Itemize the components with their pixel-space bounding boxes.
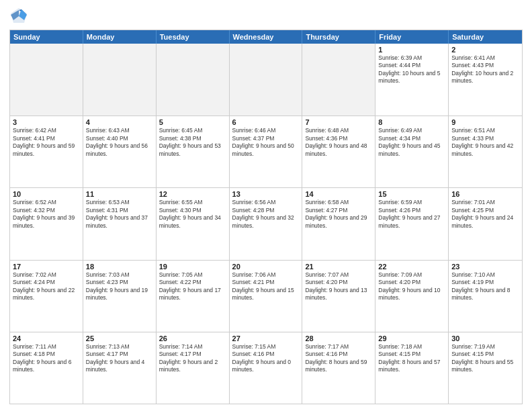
day-number: 29	[378, 334, 445, 342]
day-number: 21	[305, 263, 372, 271]
day-number: 28	[305, 334, 372, 342]
calendar-cell-4-6: 30Sunrise: 7:19 AM Sunset: 4:15 PM Dayli…	[449, 332, 522, 404]
day-info: Sunrise: 7:05 AM Sunset: 4:22 PM Dayligh…	[159, 271, 226, 302]
day-info: Sunrise: 6:58 AM Sunset: 4:27 PM Dayligh…	[305, 199, 372, 230]
day-info: Sunrise: 7:17 AM Sunset: 4:16 PM Dayligh…	[305, 343, 372, 374]
calendar-cell-2-3: 13Sunrise: 6:56 AM Sunset: 4:28 PM Dayli…	[230, 188, 303, 259]
day-info: Sunrise: 7:13 AM Sunset: 4:17 PM Dayligh…	[86, 343, 153, 374]
calendar-row-3: 17Sunrise: 7:02 AM Sunset: 4:24 PM Dayli…	[10, 260, 522, 332]
calendar-row-0: 1Sunrise: 6:39 AM Sunset: 4:44 PM Daylig…	[10, 44, 522, 116]
header-day-sunday: Sunday	[10, 30, 83, 44]
day-number: 19	[159, 263, 226, 271]
day-info: Sunrise: 6:45 AM Sunset: 4:38 PM Dayligh…	[159, 127, 226, 158]
calendar-cell-3-5: 22Sunrise: 7:09 AM Sunset: 4:20 PM Dayli…	[375, 261, 449, 332]
day-info: Sunrise: 7:07 AM Sunset: 4:20 PM Dayligh…	[305, 271, 372, 302]
calendar-cell-0-6: 2Sunrise: 6:41 AM Sunset: 4:43 PM Daylig…	[449, 44, 522, 116]
day-info: Sunrise: 6:59 AM Sunset: 4:26 PM Dayligh…	[378, 199, 445, 230]
day-number: 12	[159, 190, 226, 198]
day-info: Sunrise: 7:11 AM Sunset: 4:18 PM Dayligh…	[13, 343, 80, 374]
day-info: Sunrise: 7:03 AM Sunset: 4:23 PM Dayligh…	[86, 271, 153, 302]
calendar-cell-2-6: 16Sunrise: 7:01 AM Sunset: 4:25 PM Dayli…	[449, 188, 522, 259]
day-number: 10	[13, 190, 80, 198]
header-day-friday: Friday	[375, 30, 449, 44]
day-number: 15	[378, 190, 445, 198]
day-number: 7	[305, 118, 372, 126]
calendar-cell-0-3	[230, 44, 303, 116]
calendar-cell-0-1	[83, 44, 157, 116]
calendar: SundayMondayTuesdayWednesdayThursdayFrid…	[9, 30, 523, 404]
calendar-cell-3-6: 23Sunrise: 7:10 AM Sunset: 4:19 PM Dayli…	[449, 261, 522, 332]
day-info: Sunrise: 6:53 AM Sunset: 4:31 PM Dayligh…	[86, 199, 153, 230]
day-number: 8	[378, 118, 445, 126]
calendar-cell-3-3: 20Sunrise: 7:06 AM Sunset: 4:21 PM Dayli…	[230, 261, 303, 332]
day-number: 16	[451, 190, 519, 198]
calendar-header: SundayMondayTuesdayWednesdayThursdayFrid…	[10, 30, 522, 44]
header-day-monday: Monday	[83, 30, 157, 44]
calendar-body: 1Sunrise: 6:39 AM Sunset: 4:44 PM Daylig…	[10, 44, 522, 404]
calendar-cell-1-6: 9Sunrise: 6:51 AM Sunset: 4:33 PM Daylig…	[449, 116, 522, 187]
calendar-cell-1-5: 8Sunrise: 6:49 AM Sunset: 4:34 PM Daylig…	[375, 116, 449, 187]
day-number: 20	[232, 263, 300, 271]
day-info: Sunrise: 6:52 AM Sunset: 4:32 PM Dayligh…	[13, 199, 80, 230]
calendar-cell-4-0: 24Sunrise: 7:11 AM Sunset: 4:18 PM Dayli…	[10, 332, 83, 404]
calendar-cell-4-1: 25Sunrise: 7:13 AM Sunset: 4:17 PM Dayli…	[83, 332, 157, 404]
day-number: 13	[232, 190, 300, 198]
calendar-cell-1-1: 4Sunrise: 6:43 AM Sunset: 4:40 PM Daylig…	[83, 116, 157, 187]
day-info: Sunrise: 7:15 AM Sunset: 4:16 PM Dayligh…	[232, 343, 300, 374]
calendar-cell-1-3: 6Sunrise: 6:46 AM Sunset: 4:37 PM Daylig…	[230, 116, 303, 187]
day-number: 18	[86, 263, 153, 271]
calendar-cell-3-4: 21Sunrise: 7:07 AM Sunset: 4:20 PM Dayli…	[302, 261, 375, 332]
header-day-tuesday: Tuesday	[157, 30, 230, 44]
day-number: 9	[451, 118, 519, 126]
day-number: 17	[13, 263, 80, 271]
calendar-cell-0-5: 1Sunrise: 6:39 AM Sunset: 4:44 PM Daylig…	[375, 44, 449, 116]
day-info: Sunrise: 6:39 AM Sunset: 4:44 PM Dayligh…	[378, 54, 445, 85]
day-info: Sunrise: 6:48 AM Sunset: 4:36 PM Dayligh…	[305, 127, 372, 158]
calendar-row-4: 24Sunrise: 7:11 AM Sunset: 4:18 PM Dayli…	[10, 332, 522, 404]
day-number: 22	[378, 263, 445, 271]
day-info: Sunrise: 6:49 AM Sunset: 4:34 PM Dayligh…	[378, 127, 445, 158]
day-number: 26	[159, 334, 226, 342]
day-number: 24	[13, 334, 80, 342]
calendar-cell-2-2: 12Sunrise: 6:55 AM Sunset: 4:30 PM Dayli…	[157, 188, 230, 259]
day-info: Sunrise: 6:43 AM Sunset: 4:40 PM Dayligh…	[86, 127, 153, 158]
calendar-cell-4-4: 28Sunrise: 7:17 AM Sunset: 4:16 PM Dayli…	[302, 332, 375, 404]
day-info: Sunrise: 7:01 AM Sunset: 4:25 PM Dayligh…	[451, 199, 519, 230]
day-info: Sunrise: 7:06 AM Sunset: 4:21 PM Dayligh…	[232, 271, 300, 302]
calendar-cell-3-2: 19Sunrise: 7:05 AM Sunset: 4:22 PM Dayli…	[157, 261, 230, 332]
calendar-cell-4-5: 29Sunrise: 7:18 AM Sunset: 4:15 PM Dayli…	[375, 332, 449, 404]
day-info: Sunrise: 6:41 AM Sunset: 4:43 PM Dayligh…	[451, 54, 519, 85]
day-info: Sunrise: 6:42 AM Sunset: 4:41 PM Dayligh…	[13, 127, 80, 158]
day-info: Sunrise: 7:02 AM Sunset: 4:24 PM Dayligh…	[13, 271, 80, 302]
header	[9, 7, 523, 26]
day-info: Sunrise: 7:19 AM Sunset: 4:15 PM Dayligh…	[451, 343, 519, 374]
calendar-cell-0-2	[157, 44, 230, 116]
day-number: 30	[451, 334, 519, 342]
calendar-cell-1-4: 7Sunrise: 6:48 AM Sunset: 4:36 PM Daylig…	[302, 116, 375, 187]
day-info: Sunrise: 7:10 AM Sunset: 4:19 PM Dayligh…	[451, 271, 519, 302]
logo-icon	[9, 7, 28, 26]
calendar-cell-4-2: 26Sunrise: 7:14 AM Sunset: 4:17 PM Dayli…	[157, 332, 230, 404]
page: SundayMondayTuesdayWednesdayThursdayFrid…	[0, 0, 532, 411]
day-number: 14	[305, 190, 372, 198]
header-day-saturday: Saturday	[449, 30, 522, 44]
calendar-cell-3-0: 17Sunrise: 7:02 AM Sunset: 4:24 PM Dayli…	[10, 261, 83, 332]
header-day-wednesday: Wednesday	[230, 30, 303, 44]
day-number: 25	[86, 334, 153, 342]
day-number: 11	[86, 190, 153, 198]
calendar-cell-1-0: 3Sunrise: 6:42 AM Sunset: 4:41 PM Daylig…	[10, 116, 83, 187]
logo	[9, 7, 31, 26]
day-info: Sunrise: 6:51 AM Sunset: 4:33 PM Dayligh…	[451, 127, 519, 158]
day-info: Sunrise: 7:09 AM Sunset: 4:20 PM Dayligh…	[378, 271, 445, 302]
calendar-row-1: 3Sunrise: 6:42 AM Sunset: 4:41 PM Daylig…	[10, 116, 522, 187]
day-number: 3	[13, 118, 80, 126]
calendar-row-2: 10Sunrise: 6:52 AM Sunset: 4:32 PM Dayli…	[10, 187, 522, 259]
day-info: Sunrise: 6:56 AM Sunset: 4:28 PM Dayligh…	[232, 199, 300, 230]
calendar-cell-2-5: 15Sunrise: 6:59 AM Sunset: 4:26 PM Dayli…	[375, 188, 449, 259]
calendar-cell-1-2: 5Sunrise: 6:45 AM Sunset: 4:38 PM Daylig…	[157, 116, 230, 187]
day-number: 4	[86, 118, 153, 126]
day-info: Sunrise: 6:46 AM Sunset: 4:37 PM Dayligh…	[232, 127, 300, 158]
day-number: 6	[232, 118, 300, 126]
calendar-cell-2-0: 10Sunrise: 6:52 AM Sunset: 4:32 PM Dayli…	[10, 188, 83, 259]
day-info: Sunrise: 6:55 AM Sunset: 4:30 PM Dayligh…	[159, 199, 226, 230]
